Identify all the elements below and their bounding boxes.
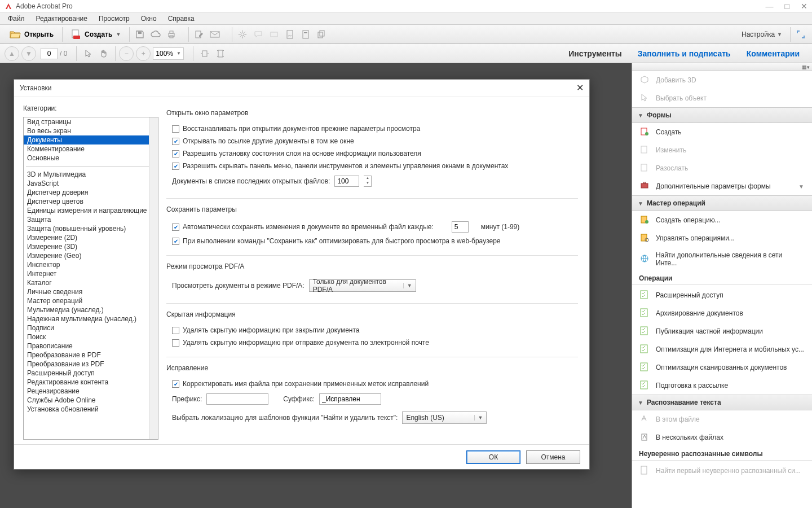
menu-file[interactable]: Файл xyxy=(3,14,29,24)
forms-edit-item[interactable]: Изменить xyxy=(632,141,812,159)
page-number-input[interactable] xyxy=(41,48,58,59)
create-action-item[interactable]: Создать операцию... xyxy=(632,211,812,229)
suffix-input[interactable] xyxy=(319,393,381,405)
stamp-icon[interactable] xyxy=(267,28,281,41)
edit-file-icon[interactable] xyxy=(192,28,206,41)
hand-tool-icon[interactable] xyxy=(96,47,112,60)
menu-help[interactable]: Справка xyxy=(164,14,199,24)
category-item[interactable]: Рецензирование xyxy=(24,387,158,396)
category-item[interactable]: Преобразование в PDF xyxy=(24,351,158,360)
expand-icon[interactable] xyxy=(794,28,807,41)
category-item[interactable]: Защита xyxy=(24,215,158,224)
forms-distribute-item[interactable]: Разослать xyxy=(632,159,812,177)
category-item[interactable]: Диспетчер доверия xyxy=(24,188,158,197)
multi-doc-icon[interactable] xyxy=(315,28,328,41)
actions-section-header[interactable]: ▼ Мастер операций xyxy=(632,195,812,211)
category-item[interactable]: Вид страницы xyxy=(24,117,158,126)
menu-edit[interactable]: Редактирование xyxy=(32,14,92,24)
remove-hidden-close-checkbox[interactable]: Удалять скрытую информацию при закрытии … xyxy=(166,324,578,336)
op-optimize-web-item[interactable]: Оптимизация для Интернета и мобильных ус… xyxy=(632,340,812,358)
remove-hidden-email-checkbox[interactable]: Удалять скрытую информацию при отправке … xyxy=(166,336,578,349)
select-object-item[interactable]: Выбрать объект xyxy=(632,89,812,107)
manage-actions-item[interactable]: Управлять операциями... xyxy=(632,229,812,247)
minimize-button[interactable]: — xyxy=(766,2,774,11)
cloud-icon[interactable] xyxy=(149,28,162,41)
category-item[interactable]: Расширенный доступ xyxy=(24,369,158,378)
category-item[interactable]: Надежная мультимедиа (унаслед.) xyxy=(24,314,158,323)
tab-comments[interactable]: Комментарии xyxy=(739,46,807,62)
restore-view-checkbox[interactable]: Восстанавливать при открытии документов … xyxy=(166,122,578,135)
category-item[interactable]: Преобразование из PDF xyxy=(24,360,158,369)
category-item[interactable]: Комментирование xyxy=(24,144,158,154)
save-icon[interactable] xyxy=(133,28,147,41)
category-item[interactable]: Защита (повышенный уровень) xyxy=(24,224,158,233)
layer-state-checkbox[interactable]: ✔Разрешить установку состояния слоя на о… xyxy=(166,147,578,160)
category-item[interactable]: Подписи xyxy=(24,323,158,332)
page-up-button[interactable]: ▲ xyxy=(5,46,19,61)
page-down-button[interactable]: ▼ xyxy=(21,46,36,61)
prefix-input[interactable] xyxy=(206,393,268,405)
hide-menubar-checkbox[interactable]: ✔Разрешить скрывать панель меню, панели … xyxy=(166,160,578,172)
recent-files-input[interactable] xyxy=(334,176,359,187)
menu-window[interactable]: Окно xyxy=(136,14,161,24)
category-item[interactable]: 3D и Мультимедиа xyxy=(24,170,158,179)
category-item[interactable]: Установка обновлений xyxy=(24,405,158,414)
maximize-button[interactable]: □ xyxy=(785,2,789,11)
scrollbar[interactable] xyxy=(149,117,158,439)
category-item[interactable]: Каталог xyxy=(24,278,158,287)
menu-view[interactable]: Просмотр xyxy=(94,14,134,24)
op-publish-item[interactable]: Публикация частной информации xyxy=(632,322,812,340)
mail-icon[interactable] xyxy=(208,28,222,41)
comment-icon[interactable] xyxy=(251,28,265,41)
autosave-minutes-input[interactable] xyxy=(452,221,469,233)
category-item[interactable]: Интернет xyxy=(24,269,158,278)
category-item[interactable]: Правописание xyxy=(24,341,158,351)
category-item[interactable]: JavaScript xyxy=(24,179,158,188)
adjust-filename-checkbox[interactable]: ✔Корректировать имя файла при сохранении… xyxy=(166,378,578,390)
open-same-window-checkbox[interactable]: ✔Открывать по ссылке другие документы в … xyxy=(166,135,578,147)
category-item[interactable]: Основные xyxy=(24,154,158,163)
find-first-suspect-item[interactable]: Найти первый неуверенно распознанный си.… xyxy=(632,462,812,480)
gear-icon[interactable] xyxy=(236,28,249,41)
category-item[interactable]: Инспектор xyxy=(24,260,158,269)
ok-button[interactable]: ОК xyxy=(466,450,520,464)
form-doc-icon[interactable] xyxy=(299,28,312,41)
ocr-section-header[interactable]: ▼ Распознавание текста xyxy=(632,395,812,410)
tab-tools[interactable]: Инструменты xyxy=(561,46,630,62)
category-item[interactable]: Мультимедиа (унаслед.) xyxy=(24,305,158,314)
zoom-in-button[interactable]: + xyxy=(136,46,151,61)
optimize-web-checkbox[interactable]: ✔При выполнении команды "Сохранить как" … xyxy=(166,235,578,247)
zoom-out-button[interactable]: − xyxy=(119,46,134,61)
category-item[interactable]: Службы Adobe Online xyxy=(24,396,158,405)
panel-menu-icon[interactable]: ▦▾ xyxy=(802,64,810,70)
sign-doc-icon[interactable] xyxy=(283,28,297,41)
open-button[interactable]: Открыть xyxy=(5,27,59,42)
category-item[interactable]: Мастер операций xyxy=(24,296,158,305)
category-item[interactable]: Документы xyxy=(24,135,158,144)
op-archive-item[interactable]: Архивирование документов xyxy=(632,304,812,322)
cancel-button[interactable]: Отмена xyxy=(526,450,580,464)
category-item[interactable]: Измерение (2D) xyxy=(24,233,158,242)
zoom-select[interactable]: 100% ▼ xyxy=(153,47,184,60)
category-item[interactable]: Измерение (Geo) xyxy=(24,251,158,260)
category-item[interactable]: Диспетчер цветов xyxy=(24,197,158,206)
tab-fill-sign[interactable]: Заполнить и подписать xyxy=(630,46,739,62)
forms-more-item[interactable]: Дополнительные параметры формы ▼ xyxy=(632,177,812,195)
autosave-checkbox[interactable]: ✔ Автоматически сохранять изменения в до… xyxy=(166,219,578,235)
create-button[interactable]: Создать ▼ xyxy=(66,27,126,42)
fit-width-icon[interactable] xyxy=(197,47,213,60)
category-item[interactable]: Личные сведения xyxy=(24,287,158,296)
category-item[interactable]: Измерение (3D) xyxy=(24,242,158,251)
forms-create-item[interactable]: Создать xyxy=(632,123,812,141)
spinner-control[interactable]: ▲▼ xyxy=(364,176,372,187)
customize-button[interactable]: Настройка ▼ xyxy=(737,28,787,41)
ocr-in-files-item[interactable]: В нескольких файлах xyxy=(632,428,812,446)
op-access-item[interactable]: Расширенный доступ xyxy=(632,286,812,304)
category-item[interactable]: Единицы измерения и направляющие xyxy=(24,206,158,215)
forms-section-header[interactable]: ▼ Формы xyxy=(632,107,812,123)
categories-list[interactable]: Вид страницыВо весь экранДокументыКоммен… xyxy=(23,117,158,440)
locale-select[interactable]: English (US) ▼ xyxy=(402,411,487,424)
print-icon[interactable] xyxy=(165,28,178,41)
op-prepare-send-item[interactable]: Подготовка к рассылке xyxy=(632,376,812,395)
pdfa-mode-select[interactable]: Только для документов PDF/A ▼ xyxy=(309,279,416,292)
